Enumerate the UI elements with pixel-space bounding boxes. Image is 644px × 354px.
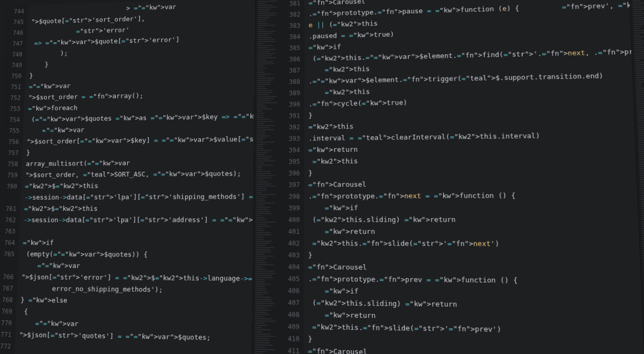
code-area-left[interactable]: > ="="kw">var">$quote[="str">'sort_order…	[14, 0, 255, 354]
editor-pane-right: 3813823833843853863873883893903913923933…	[279, 0, 644, 354]
line-number-gutter-right: 3813823833843853863873883893903913923933…	[279, 0, 305, 354]
editor-pane-left: 7447457467477487497507517527537547557567…	[0, 0, 281, 354]
code-area-right[interactable]: ="fn">Carousel.="fn">prototype.="fn">pau…	[304, 0, 644, 354]
editor-stage: 7447457467477487497507517527537547557567…	[0, 0, 644, 354]
minimap-left[interactable]	[252, 0, 281, 354]
editor-split: 7447457467477487497507517527537547557567…	[0, 0, 644, 354]
